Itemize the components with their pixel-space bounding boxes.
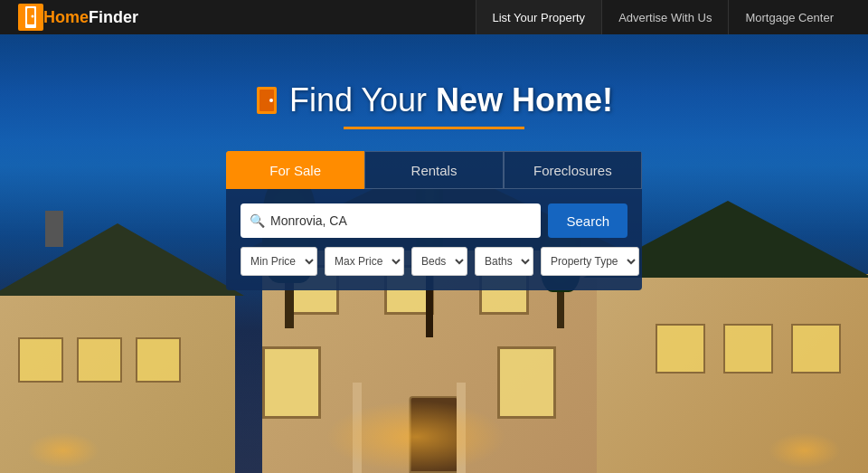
search-button[interactable]: Search <box>548 203 627 238</box>
filter-beds[interactable]: Beds 1+ 2+ 3+ 4+ <box>411 247 467 276</box>
navbar: HomeFinder List Your Property Advertise … <box>0 0 868 34</box>
hero-title-text: Find Your New Home! <box>289 81 613 119</box>
nav-advertise[interactable]: Advertise With Us <box>601 0 728 34</box>
filter-max-price[interactable]: Max Price $300K $500K $700K $1M+ <box>325 247 404 276</box>
hero-content: Find Your New Home! For Sale Rentals For… <box>0 34 868 290</box>
nav-mortgage[interactable]: Mortgage Center <box>728 0 850 34</box>
door-icon <box>255 85 278 116</box>
svg-point-6 <box>269 99 273 102</box>
svg-point-3 <box>32 15 34 18</box>
tab-rentals[interactable]: Rentals <box>364 151 503 189</box>
nav-links: List Your Property Advertise With Us Mor… <box>476 0 851 34</box>
logo-text: HomeFinder <box>43 8 138 27</box>
logo-icon <box>18 4 43 31</box>
filter-property-type[interactable]: Property Type House Condo Townhouse Mult… <box>541 247 639 276</box>
hero-title: Find Your New Home! <box>255 81 613 119</box>
filters-row: Min Price $100K $200K $300K $500K Max Pr… <box>241 247 627 276</box>
nav-list-property[interactable]: List Your Property <box>476 0 602 34</box>
tab-foreclosures[interactable]: Foreclosures <box>504 151 642 189</box>
tab-for-sale[interactable]: For Sale <box>226 151 364 189</box>
title-underline <box>344 127 524 129</box>
logo[interactable]: HomeFinder <box>18 4 138 31</box>
search-input-wrap: 🔍 <box>241 203 541 238</box>
search-tabs: For Sale Rentals Foreclosures <box>226 151 642 189</box>
search-container: 🔍 Search Min Price $100K $200K $300K $50… <box>226 189 642 290</box>
search-row: 🔍 Search <box>241 203 627 238</box>
filter-baths[interactable]: Baths 1+ 2+ 3+ <box>475 247 533 276</box>
filter-min-price[interactable]: Min Price $100K $200K $300K $500K <box>241 247 317 276</box>
search-input[interactable] <box>270 203 532 238</box>
search-icon: 🔍 <box>250 213 265 228</box>
